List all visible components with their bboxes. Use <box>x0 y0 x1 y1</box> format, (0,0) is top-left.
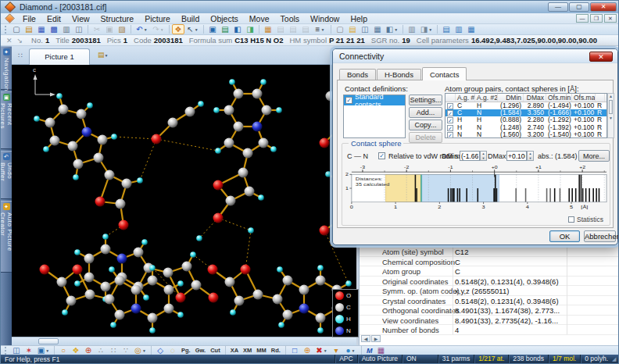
minimize-button[interactable]: — <box>548 2 568 12</box>
table-scrollbar[interactable]: ▲▼ <box>607 93 614 138</box>
mdi-restore-button[interactable]: ❐ <box>590 14 603 23</box>
prop-row-atom-symbol[interactable]: Atom (site) symbolC12 <box>360 247 619 257</box>
toolbar-text-button-xm[interactable]: XM <box>241 347 254 354</box>
more-button[interactable]: More... <box>578 150 610 162</box>
row-checkbox-icon[interactable]: ✓ <box>447 125 453 131</box>
table-row[interactable]: ✓ NN (1.560)3.200 (-1.540)+0.100 R <box>445 131 606 138</box>
menu-edit[interactable]: Edit <box>41 13 66 24</box>
prop-row-original-coordinates[interactable]: Original coordinates0.5148(2), 0.1231(4)… <box>360 277 619 287</box>
picture-window-icon[interactable]: ▣ <box>206 24 219 34</box>
mdi-minimize-button[interactable]: — <box>576 14 589 23</box>
system-menu-icon[interactable] <box>5 13 14 23</box>
scroll-right-icon[interactable]: ▶ <box>371 335 381 342</box>
table-row-selected[interactable]: ✓ CN (1.584)3.350 (-1.666)+0.100 R <box>445 109 606 116</box>
toolbar-text-button-gw[interactable]: Gw. <box>193 347 208 354</box>
row-checkbox-icon[interactable]: ✓ <box>447 103 453 109</box>
select-tool-icon[interactable]: ↖▼ <box>184 24 201 34</box>
goto-structure-icon[interactable]: ↘ <box>17 37 23 45</box>
close-button[interactable]: ✕ <box>590 2 617 12</box>
print-icon[interactable]: ▥ <box>60 24 73 34</box>
dmax-spinner[interactable]: ▲▼ <box>527 151 534 161</box>
scrollbar-thumb[interactable] <box>38 338 59 344</box>
resize-grip-icon[interactable]: ◢ <box>612 356 619 362</box>
toolbar-text-button-mm[interactable]: MM <box>254 347 269 354</box>
menu-file[interactable]: File <box>17 13 41 24</box>
prop-row-symm-op[interactable]: Symm. op. (atom code)x,y,z (26555011) <box>360 286 619 296</box>
toolbar-text-button-rd[interactable]: Rd. <box>269 347 283 354</box>
row-checkbox-icon[interactable]: ✓ <box>447 117 453 123</box>
cascade-windows-icon[interactable]: ◫ <box>359 24 371 34</box>
toolbar-text-button-pg[interactable]: Pg. <box>179 347 193 354</box>
checkbox-checked-icon[interactable]: ✓ <box>345 97 352 104</box>
menu-structure[interactable]: Structure <box>95 13 140 24</box>
open-folder-icon[interactable]: ▤ <box>23 24 35 34</box>
dmin-spinner[interactable]: ▲▼ <box>480 151 487 161</box>
view-options-icon[interactable]: ◨▼ <box>418 24 435 34</box>
dialog-close-icon[interactable]: ✕ <box>589 52 613 62</box>
toolbar-grip[interactable] <box>5 347 8 355</box>
sidebar-tab-recent-pictures[interactable]: ▣ Recent Pictures <box>1 91 12 149</box>
tab-contacts[interactable]: Contacts <box>422 67 467 80</box>
new-picture-tab-icon[interactable]: ▤▼ <box>98 51 116 62</box>
atom-spheres[interactable] <box>34 79 356 334</box>
table-header[interactable]: A.g. #1 A.g. #2 DMin DMax Ofs.min Ofs.ma… <box>445 94 606 102</box>
status-auto-picture[interactable]: Auto Picture <box>357 355 402 363</box>
relative-checkbox-icon[interactable]: ✓ <box>378 152 385 159</box>
dialog-titlebar[interactable]: Connectivity <box>333 49 617 63</box>
contact-definitions-list[interactable]: ✓ Standard contacts <box>343 95 406 138</box>
copy-button[interactable]: Copy... <box>409 120 442 130</box>
blank-page-icon[interactable]: ▢ <box>334 24 346 34</box>
toolbar-text-button-xa[interactable]: XA <box>228 347 241 354</box>
sidebar-tab-auto-picture-creator[interactable]: ✦ Auto Picture Creator <box>1 201 12 273</box>
mdi-close-button[interactable]: ✕ <box>604 14 617 23</box>
statistics-checkbox[interactable]: Statistics <box>568 216 603 223</box>
picture-edit-icon[interactable]: ▤ <box>219 24 231 34</box>
tile-windows-icon[interactable]: ▦ <box>371 24 384 34</box>
new-file-icon[interactable]: ▢ <box>10 24 23 34</box>
prop-row-orthogonal-coordinates[interactable]: Orthogonal coordinates8.4901(33), 1.1674… <box>360 305 619 316</box>
row-checkbox-icon[interactable]: ✓ <box>447 132 453 138</box>
list-item-standard-contacts[interactable]: ✓ Standard contacts <box>344 95 405 105</box>
delete-structure-icon[interactable]: ✕ <box>6 37 13 45</box>
window-list-grid-icon[interactable]: ∷ <box>15 50 26 61</box>
prop-row-atom-group[interactable]: Atom groupC <box>360 266 619 277</box>
window-list-icon[interactable]: ◧▼ <box>384 24 400 34</box>
maximize-button[interactable]: ▢ <box>569 2 589 12</box>
table-row[interactable]: ✓ CH (1.296)2.890 (-1.494)+0.100 R <box>445 102 606 109</box>
scroll-left-icon[interactable]: ◀ <box>361 335 370 342</box>
paste-icon[interactable]: ▨ <box>116 24 128 34</box>
add-button[interactable]: Add... <box>409 107 442 118</box>
structure-3d-view[interactable]: c a <box>12 65 356 337</box>
menu-objects[interactable]: Objects <box>205 13 244 24</box>
dmax-field[interactable] <box>506 151 527 161</box>
chart-icon[interactable]: ▤ <box>440 24 453 34</box>
toolbar-text-button-m[interactable]: M <box>364 347 375 355</box>
save-all-icon[interactable]: ▩ <box>48 24 60 34</box>
toolbar-grip[interactable] <box>5 26 8 34</box>
prop-row-number-of-bonds[interactable]: Number of bonds4 <box>360 325 619 335</box>
picture-layout-icon[interactable]: ◨ <box>244 24 256 34</box>
distances-icon[interactable]: ▥ <box>453 24 465 34</box>
menu-view[interactable]: View <box>66 13 95 24</box>
menu-move[interactable]: Move <box>244 13 275 24</box>
prop-row-view-coordinates[interactable]: View coordinates8.4901(33), 2.7735(42), … <box>360 316 619 326</box>
tab-picture-1[interactable]: Picture 1 <box>29 48 90 65</box>
data-brick-icon[interactable]: ▦ <box>262 24 274 34</box>
prop-row-crystal-coordinates[interactable]: Crystal coordinates0.5148(2), 0.1231(4),… <box>360 296 619 306</box>
columns-icon[interactable]: ≡▼ <box>312 24 328 34</box>
row-checkbox-icon[interactable]: ✓ <box>447 110 453 116</box>
undo-icon[interactable]: ↶▼ <box>134 24 150 34</box>
statistics-checkbox-icon[interactable] <box>568 216 574 223</box>
ok-button[interactable]: OK <box>549 230 580 242</box>
pan-tool-icon[interactable]: ❖ <box>172 24 184 34</box>
menu-picture[interactable]: Picture <box>139 13 176 24</box>
sidebar-tab-undo-buffer[interactable]: ↶ Undo Buffer <box>1 151 12 199</box>
menu-help[interactable]: Help <box>345 13 373 24</box>
table-view-icon[interactable]: ▦ <box>465 24 478 34</box>
cancel-button[interactable]: Abbrechen <box>584 230 616 242</box>
new-picture-icon[interactable]: ▤ <box>346 24 359 34</box>
settings-button[interactable]: Settings... <box>409 95 442 105</box>
dmin-field[interactable] <box>460 151 480 161</box>
save-icon[interactable]: ▦ <box>35 24 48 34</box>
print-preview-icon[interactable]: ◫ <box>73 24 85 34</box>
